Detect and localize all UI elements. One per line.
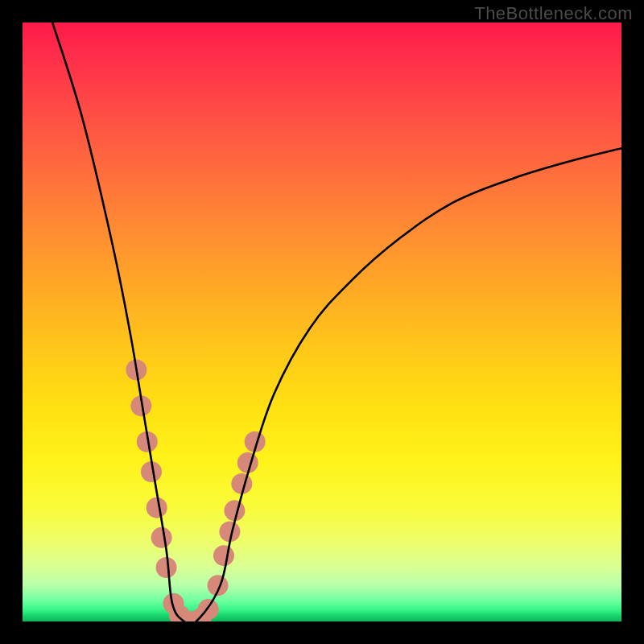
- marker-dot: [156, 557, 177, 578]
- highlight-markers: [126, 360, 265, 621]
- curve-layer: [23, 23, 621, 621]
- watermark-text: TheBottleneck.com: [474, 3, 633, 24]
- bottleneck-curve: [52, 23, 621, 621]
- marker-dot: [213, 545, 234, 566]
- marker-dot: [147, 497, 167, 518]
- chart-frame: TheBottleneck.com: [0, 0, 644, 644]
- plot-area: [23, 23, 621, 621]
- marker-dot: [151, 527, 172, 548]
